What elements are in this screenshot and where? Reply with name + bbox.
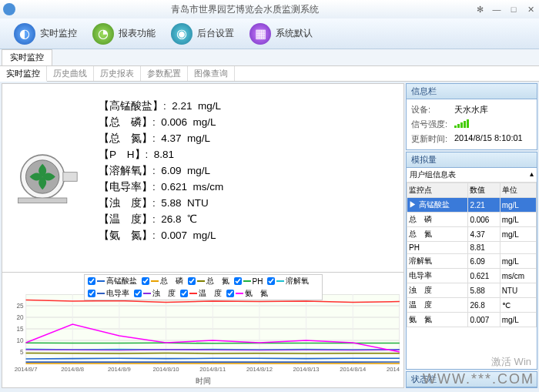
svg-text:2014/8/9: 2014/8/9 — [108, 366, 131, 373]
window-title: 青岛市世界园艺博览会水质监测系统 — [15, 3, 474, 16]
grid-icon: ▦ — [249, 23, 271, 45]
param-row: 【溶解氧】: 6.09 mg/L — [99, 162, 223, 179]
param-row: 【总 磷】: 0.006 mg/L — [99, 114, 223, 130]
subtab-0[interactable]: 实时监控 — [0, 66, 47, 82]
param-row: 【P H】: 8.81 — [99, 146, 223, 162]
table-row[interactable]: 总 磷0.006mg/L — [407, 213, 537, 227]
legend-item[interactable]: 电导率 — [88, 288, 129, 299]
maximize-button[interactable]: □ — [508, 4, 519, 15]
toolbar-report[interactable]: ◔报表功能 — [85, 22, 163, 46]
site-watermark: WWW.***.COM — [423, 371, 534, 387]
tab-strip: 实时监控 — [0, 49, 539, 66]
chart-xlabel: 时间 — [196, 376, 211, 387]
svg-text:2014/8/12: 2014/8/12 — [246, 366, 273, 373]
sim-panel-title: 模拟量 — [407, 152, 537, 168]
table-row[interactable]: ▶ 高锰酸盐2.21mg/L — [407, 198, 537, 213]
table-row[interactable]: 电导率0.621ms/cm — [407, 269, 537, 283]
info-panel: 信息栏 设备:天水水库 信号强度: 更新时间:2014/8/15 8:10:01 — [406, 83, 537, 150]
svg-text:25: 25 — [16, 303, 24, 310]
subtab-4[interactable]: 图像查询 — [188, 66, 235, 81]
activate-watermark: 激活 Win — [491, 355, 531, 369]
table-row[interactable]: 总 氮4.37mg/L — [407, 227, 537, 242]
title-bar: 青岛市世界园艺博览会水质监测系统 ✻ — □ ✕ — [0, 0, 539, 18]
legend-item[interactable]: 高锰酸盐 — [88, 276, 137, 286]
svg-text:15: 15 — [16, 326, 24, 333]
svg-text:20: 20 — [16, 314, 24, 321]
legend-item[interactable]: PH — [234, 276, 263, 286]
table-row[interactable]: PH8.81 — [407, 242, 537, 254]
sim-panel: 模拟量 用户组信息表▴ 监控点数值单位▶ 高锰酸盐2.21mg/L总 磷0.00… — [406, 152, 537, 370]
close-button[interactable]: ✕ — [525, 4, 536, 15]
toolbar-default[interactable]: ▦系统默认 — [242, 22, 320, 46]
subtab-2[interactable]: 历史报表 — [94, 66, 141, 81]
param-row: 【温 度】: 26.8 ℃ — [99, 211, 223, 227]
svg-text:5: 5 — [20, 349, 24, 356]
param-row: 【浊 度】: 5.88 NTU — [99, 195, 223, 211]
chevron-up-icon: ▴ — [530, 169, 534, 180]
sub-tab-strip: 实时监控历史曲线历史报表参数配置图像查询 — [0, 66, 539, 82]
svg-text:2014/8/8: 2014/8/8 — [61, 366, 84, 373]
svg-text:2014/8/13: 2014/8/13 — [293, 366, 320, 373]
svg-rect-2 — [62, 172, 76, 181]
parameter-list: 【高锰酸盐】: 2.21 mg/L【总 磷】: 0.006 mg/L【总 氮】:… — [99, 92, 223, 243]
svg-text:2014/8/10: 2014/8/10 — [153, 366, 179, 373]
svg-rect-3 — [18, 198, 66, 203]
chart-legend: 高锰酸盐总 磷总 氮PH溶解氧电导率浊 度温 度氨 氮 — [84, 274, 323, 300]
subtab-1[interactable]: 历史曲线 — [47, 66, 94, 81]
app-logo-icon — [3, 3, 15, 15]
group-info-header[interactable]: 用户组信息表▴ — [407, 168, 537, 183]
svg-text:2014/8/7: 2014/8/7 — [15, 366, 38, 373]
chart-panel: 高锰酸盐总 磷总 氮PH溶解氧电导率浊 度温 度氨 氮 510152025201… — [2, 272, 403, 387]
svg-text:2014/8/15: 2014/8/15 — [387, 366, 400, 373]
legend-item[interactable]: 总 磷 — [142, 276, 183, 286]
settings-icon[interactable]: ✻ — [474, 4, 485, 15]
device-label: 设备: — [411, 104, 450, 116]
table-row[interactable]: 氨 氮0.007mg/L — [407, 313, 537, 327]
table-row[interactable]: 温 度26.8℃ — [407, 298, 537, 313]
table-row[interactable]: 溶解氧6.09mg/L — [407, 254, 537, 269]
signal-bars-icon — [454, 119, 469, 128]
minimize-button[interactable]: — — [491, 4, 502, 15]
subtab-3[interactable]: 参数配置 — [141, 66, 188, 81]
main-toolbar: ◐实时监控 ◔报表功能 ◉后台设置 ▦系统默认 — [0, 18, 539, 49]
table-row[interactable]: 浊 度5.88NTU — [407, 283, 537, 298]
chart-icon: ◔ — [92, 23, 114, 45]
legend-item[interactable]: 溶解氧 — [267, 276, 309, 286]
tab-realtime[interactable]: 实时监控 — [2, 49, 52, 65]
device-value: 天水水库 — [454, 104, 488, 116]
svg-text:2014/8/11: 2014/8/11 — [199, 366, 226, 373]
main-panel: 【高锰酸盐】: 2.21 mg/L【总 磷】: 0.006 mg/L【总 氮】:… — [2, 83, 404, 388]
info-panel-title: 信息栏 — [407, 84, 537, 99]
sim-data-table[interactable]: 监控点数值单位▶ 高锰酸盐2.21mg/L总 磷0.006mg/L总 氮4.37… — [407, 183, 537, 327]
signal-label: 信号强度: — [411, 119, 450, 130]
legend-item[interactable]: 温 度 — [180, 288, 222, 299]
legend-item[interactable]: 浊 度 — [134, 288, 176, 299]
legend-item[interactable]: 总 氮 — [188, 276, 229, 286]
param-row: 【高锰酸盐】: 2.21 mg/L — [99, 98, 223, 114]
svg-text:2014/8/14: 2014/8/14 — [340, 366, 367, 373]
legend-item[interactable]: 氨 氮 — [226, 288, 268, 299]
param-row: 【氨 氮】: 0.007 mg/L — [99, 227, 223, 243]
param-row: 【总 氮】: 4.37 mg/L — [99, 130, 223, 146]
pump-icon — [14, 146, 83, 207]
svg-text:10: 10 — [16, 337, 24, 344]
toolbar-realtime[interactable]: ◐实时监控 — [6, 22, 85, 46]
update-label: 更新时间: — [411, 133, 450, 145]
trend-chart[interactable]: 5101520252014/8/72014/8/82014/8/92014/8/… — [6, 294, 400, 373]
param-row: 【电导率】: 0.621 ms/cm — [99, 179, 223, 195]
update-value: 2014/8/15 8:10:01 — [454, 133, 523, 145]
toolbar-settings[interactable]: ◉后台设置 — [163, 22, 242, 46]
globe-icon: ◐ — [14, 23, 35, 45]
gear-icon: ◉ — [171, 23, 192, 45]
